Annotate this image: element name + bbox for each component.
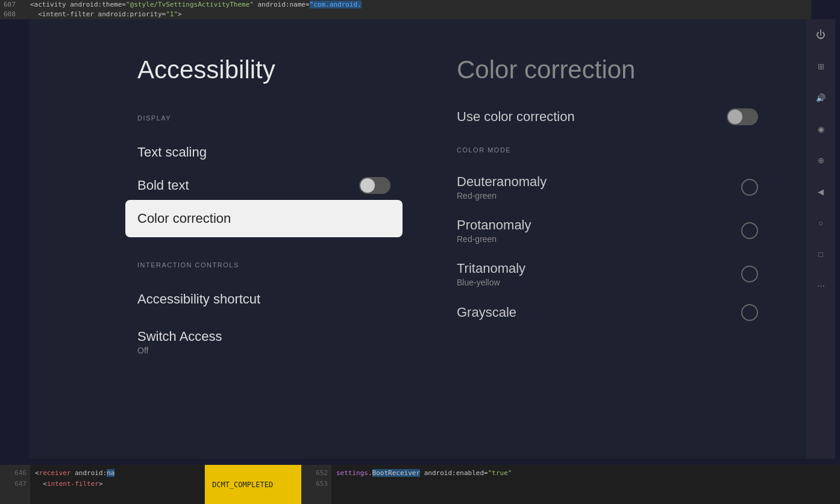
use-color-label: Use color correction [457,109,575,125]
bottom-line-num-647: 647 [0,479,27,490]
interaction-section-label: INTERACTION CONTROLS [137,261,390,269]
tritanomaly-radio[interactable] [741,266,758,282]
square-icon[interactable]: □ [811,244,830,264]
menu-item-bold-text[interactable]: Bold text [137,171,390,200]
use-color-correction-row: Use color correction [457,108,758,125]
page-title: Accessibility [137,55,390,84]
color-option-tritanomaly[interactable]: Tritanomaly Blue-yellow [457,252,758,296]
left-panel: Accessibility DISPLAY Text scaling Bold … [29,19,421,459]
menu-item-text-scaling[interactable]: Text scaling [137,134,390,171]
use-color-toggle[interactable] [727,108,758,125]
use-color-toggle-knob [728,110,742,124]
more-icon[interactable]: ⋯ [811,276,830,295]
display-section: DISPLAY Text scaling Bold text Color cor… [137,108,390,237]
right-sidebar: ⏻ ⊞ 🔊 ◉ ⊕ ◀ ○ □ ⋯ [806,19,835,459]
zoom-in-icon[interactable]: ⊕ [811,151,830,170]
tritanomaly-info: Tritanomaly Blue-yellow [457,261,525,287]
bottom-code-line-647: <intent-filter> [35,479,199,490]
interaction-controls-section: INTERACTION CONTROLS Accessibility short… [137,255,390,366]
bottom-right-line-num-652: 652 [301,468,328,479]
bottom-right-code-line-652: settings.BootReceiver android:enabled="t… [336,468,835,479]
bottom-code-strip: 646 647 <receiver android:na <intent-fil… [0,465,840,504]
camera-icon[interactable]: ◉ [811,119,830,138]
color-mode-label: COLOR MODE [457,146,758,154]
deuteranomaly-info: Deuteranomaly Red-green [457,174,547,201]
code-line-608: <intent-filter android:priority="1"> [30,10,811,19]
display-section-label: DISPLAY [137,114,390,122]
right-panel-title: Color correction [457,55,758,84]
line-num-607: 607 [4,0,27,10]
bottom-code-line-646: <receiver android:na [35,468,199,479]
right-panel: Color correction Use color correction CO… [421,19,806,459]
line-num-608: 608 [4,10,27,19]
protanomaly-radio[interactable] [741,222,758,239]
grayscale-info: Grayscale [457,305,516,320]
bold-text-toggle[interactable] [359,177,390,194]
bottom-right-line-num-653: 653 [301,479,328,490]
volume-icon[interactable]: 🔊 [811,88,830,107]
bottom-status-text: DCMT_COMPLETED [212,481,273,489]
color-option-deuteranomaly[interactable]: Deuteranomaly Red-green [457,166,758,209]
color-option-protanomaly[interactable]: Protanomaly Red-green [457,209,758,252]
menu-item-color-correction[interactable]: Color correction [125,200,403,237]
device-frame: Accessibility DISPLAY Text scaling Bold … [29,19,806,459]
top-editor-strip: 607 608 <activity android:theme="@style/… [0,0,811,19]
bottom-right-code-line-653 [336,479,835,490]
bottom-line-num-646: 646 [0,468,27,479]
menu-item-accessibility-shortcut[interactable]: Accessibility shortcut [137,281,390,318]
bottom-left-code: 646 647 <receiver android:na <intent-fil… [0,465,205,504]
deuteranomaly-radio[interactable] [741,179,758,196]
back-icon[interactable]: ◀ [811,182,830,201]
code-line-607: <activity android:theme="@style/TvSettin… [30,0,811,10]
menu-item-switch-access[interactable]: Switch Access Off [137,318,390,366]
toggle-knob [360,178,375,193]
power-icon[interactable]: ⏻ [811,25,830,45]
bottom-status-badge: DCMT_COMPLETED [205,465,301,504]
home-icon[interactable]: ○ [811,213,830,232]
bottom-right-code: 652 653 settings.BootReceiver android:en… [301,465,840,504]
grayscale-radio[interactable] [741,304,758,321]
color-option-grayscale[interactable]: Grayscale [457,296,758,329]
protanomaly-info: Protanomaly Red-green [457,217,531,244]
layout-icon[interactable]: ⊞ [811,57,830,76]
